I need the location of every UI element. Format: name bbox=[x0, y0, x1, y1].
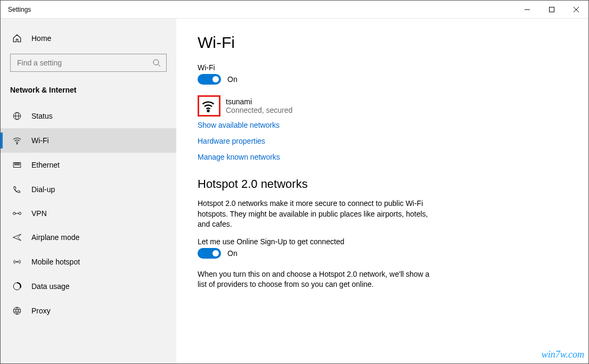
search-input[interactable] bbox=[16, 58, 152, 68]
wifi-toggle-row: On bbox=[198, 74, 567, 85]
page-title: Wi-Fi bbox=[198, 34, 567, 52]
home-button[interactable]: Home bbox=[1, 28, 176, 48]
hotspot-signup-state: On bbox=[227, 249, 238, 258]
hardware-properties-link[interactable]: Hardware properties bbox=[198, 137, 567, 145]
svg-point-19 bbox=[13, 307, 21, 315]
vpn-icon bbox=[12, 210, 22, 217]
wifi-toggle-label: Wi-Fi bbox=[198, 63, 567, 72]
hotspot-heading: Hotspot 2.0 networks bbox=[198, 177, 567, 191]
sidebar-item-ethernet[interactable]: Ethernet bbox=[1, 153, 176, 177]
svg-point-15 bbox=[19, 212, 21, 215]
close-button[interactable] bbox=[564, 1, 588, 18]
proxy-icon bbox=[12, 306, 22, 316]
maximize-button[interactable] bbox=[539, 1, 564, 18]
network-text: tsunami Connected, secured bbox=[226, 97, 292, 114]
svg-rect-1 bbox=[550, 7, 554, 12]
svg-point-9 bbox=[17, 143, 18, 144]
category-heading: Network & Internet bbox=[1, 81, 176, 104]
sidebar-item-label: Proxy bbox=[31, 307, 51, 315]
current-network[interactable]: tsunami Connected, secured bbox=[198, 95, 567, 117]
home-label: Home bbox=[31, 34, 51, 43]
svg-rect-11 bbox=[15, 163, 16, 166]
phone-icon bbox=[12, 185, 22, 194]
sidebar-item-airplane[interactable]: Airplane mode bbox=[1, 225, 176, 250]
sidebar-item-label: Wi-Fi bbox=[31, 136, 49, 145]
globe-icon bbox=[12, 111, 22, 121]
svg-line-5 bbox=[158, 64, 160, 67]
watermark: win7w.com bbox=[542, 349, 584, 360]
titlebar: Settings bbox=[1, 1, 588, 19]
svg-point-14 bbox=[13, 212, 16, 215]
sidebar-item-data-usage[interactable]: Data usage bbox=[1, 274, 176, 299]
sidebar-item-label: VPN bbox=[31, 209, 47, 218]
hotspot-icon bbox=[12, 257, 22, 267]
hotspot-signup-toggle[interactable] bbox=[198, 248, 221, 259]
sidebar-item-dialup[interactable]: Dial-up bbox=[1, 177, 176, 202]
hotspot-description: Hotspot 2.0 networks make it more secure… bbox=[198, 198, 432, 230]
svg-point-17 bbox=[17, 261, 18, 262]
wifi-signal-icon bbox=[198, 95, 220, 117]
nav-list: Status Wi-Fi Ethernet bbox=[1, 104, 176, 323]
main-content: Wi-Fi Wi-Fi On tsunami Connected, secure… bbox=[176, 19, 588, 363]
sidebar-item-label: Mobile hotspot bbox=[31, 258, 80, 266]
wifi-toggle[interactable] bbox=[198, 74, 221, 85]
manage-known-networks-link[interactable]: Manage known networks bbox=[198, 153, 567, 161]
hotspot-signup-row: On bbox=[198, 248, 567, 259]
minimize-button[interactable] bbox=[515, 1, 539, 18]
svg-rect-13 bbox=[18, 163, 19, 166]
sidebar-item-vpn[interactable]: VPN bbox=[1, 202, 176, 225]
wifi-toggle-state: On bbox=[227, 75, 238, 84]
sidebar-item-label: Airplane mode bbox=[31, 233, 79, 242]
layout: Home Network & Internet Status bbox=[1, 19, 588, 363]
airplane-icon bbox=[12, 233, 22, 242]
sidebar-item-label: Ethernet bbox=[31, 161, 60, 169]
sidebar-item-wifi[interactable]: Wi-Fi bbox=[1, 128, 176, 153]
search-icon bbox=[152, 59, 161, 67]
wifi-icon bbox=[12, 136, 22, 145]
ethernet-icon bbox=[12, 160, 22, 170]
settings-window: Settings Home bbox=[0, 0, 589, 364]
sidebar-item-label: Dial-up bbox=[31, 185, 55, 194]
svg-point-22 bbox=[207, 110, 209, 112]
sidebar: Home Network & Internet Status bbox=[1, 19, 176, 363]
window-controls bbox=[515, 1, 588, 18]
sidebar-item-label: Data usage bbox=[31, 282, 70, 291]
svg-point-4 bbox=[153, 60, 159, 65]
search-box[interactable] bbox=[10, 54, 167, 72]
svg-rect-12 bbox=[17, 163, 18, 166]
sidebar-item-proxy[interactable]: Proxy bbox=[1, 299, 176, 323]
data-usage-icon bbox=[12, 282, 22, 291]
window-title: Settings bbox=[8, 6, 31, 13]
hotspot-footer: When you turn this on and choose a Hotsp… bbox=[198, 269, 432, 290]
show-networks-link[interactable]: Show available networks bbox=[198, 121, 567, 129]
home-icon bbox=[12, 34, 22, 43]
sidebar-item-hotspot[interactable]: Mobile hotspot bbox=[1, 250, 176, 274]
network-name: tsunami bbox=[226, 97, 292, 106]
network-status: Connected, secured bbox=[226, 106, 292, 114]
sidebar-item-label: Status bbox=[31, 112, 53, 120]
sidebar-item-status[interactable]: Status bbox=[1, 104, 176, 128]
hotspot-signup-label: Let me use Online Sign-Up to get connect… bbox=[198, 237, 567, 246]
